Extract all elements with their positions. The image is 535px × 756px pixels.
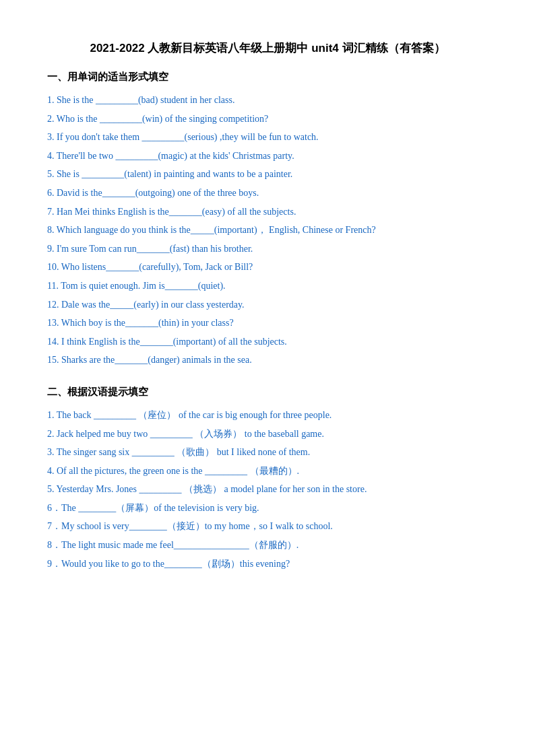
list-item: 9．Would you like to go to the________（剧场…	[47, 555, 488, 574]
list-item: 12. Dale was the_____(early) in our clas…	[47, 296, 488, 314]
list-item: 1. She is the _________(bad) student in …	[47, 92, 488, 110]
section2-questions: 1. The back _________ （座位） of the car is…	[47, 407, 488, 573]
list-item: 13. Which boy is the_______(thin) in you…	[47, 314, 488, 333]
list-item: 15. Sharks are the_______(danger) animal…	[47, 351, 488, 370]
section1-title: 一、用单词的适当形式填空	[47, 71, 488, 83]
list-item: 5. She is _________(talent) in painting …	[47, 166, 488, 184]
section1-questions: 1. She is the _________(bad) student in …	[47, 92, 488, 370]
list-item: 3. If you don't take them _________(seri…	[47, 129, 488, 147]
list-item: 9. I'm sure Tom can run_______(fast) tha…	[47, 240, 488, 259]
list-item: 4. There'll be two _________(magic) at t…	[47, 147, 488, 166]
list-item: 5. Yesterday Mrs. Jones _________ （挑选） a…	[47, 481, 488, 499]
list-item: 14. I think English is the_______(import…	[47, 333, 488, 351]
section2-title: 二、根据汉语提示填空	[47, 386, 488, 399]
section2: 二、根据汉语提示填空 1. The back _________ （座位） of…	[47, 386, 488, 573]
list-item: 2. Jack helped me buy two _________ （入场券…	[47, 425, 488, 444]
list-item: 4. Of all the pictures, the green one is…	[47, 462, 488, 481]
list-item: 7. Han Mei thinks English is the_______(…	[47, 203, 488, 221]
list-item: 6. David is the_______(outgoing) one of …	[47, 184, 488, 203]
list-item: 11. Tom is quiet enough. Jim is_______(q…	[47, 277, 488, 296]
section1: 一、用单词的适当形式填空 1. She is the _________(bad…	[47, 71, 488, 370]
list-item: 3. The singer sang six _________ （歌曲） bu…	[47, 444, 488, 462]
list-item: 6．The ________（屏幕）of the television is v…	[47, 500, 488, 518]
list-item: 1. The back _________ （座位） of the car is…	[47, 407, 488, 425]
list-item: 7．My school is very________（接近）to my hom…	[47, 518, 488, 536]
page-title: 2021-2022 人教新目标英语八年级上册期中 unit4 词汇精练（有答案）	[47, 40, 488, 56]
list-item: 10. Who listens_______(carefully), Tom, …	[47, 259, 488, 277]
list-item: 8. Which language do you think is the___…	[47, 221, 488, 240]
list-item: 8．The light music made me feel__________…	[47, 537, 488, 555]
list-item: 2. Who is the _________(win) of the sing…	[47, 110, 488, 129]
